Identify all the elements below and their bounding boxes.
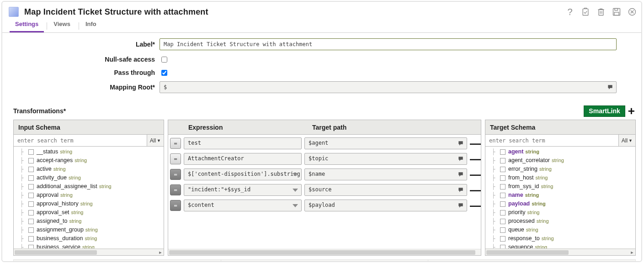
schema-item[interactable]: ├approval_historystring [20,200,164,208]
schema-item[interactable]: ├business_durationstring [20,234,164,243]
input-schema-tree[interactable]: ├__statusstring├accept-rangesstring├acti… [14,147,164,249]
add-transformation-icon[interactable]: + [627,105,636,117]
schema-checkbox[interactable] [28,210,34,216]
expression-input[interactable]: AttachmentCreator [184,153,302,165]
expression-type-button[interactable]: = [170,184,181,195]
schema-item[interactable]: ├queuestring [492,226,635,234]
expression-type-button[interactable]: = [170,200,181,211]
scroll-thumb[interactable] [486,250,569,255]
label-input[interactable] [160,38,617,50]
schema-item[interactable]: ├__statusstring [20,147,164,156]
expression-picker-icon[interactable] [458,140,464,147]
schema-item[interactable]: ├activity_duestring [20,174,164,182]
target-path-input[interactable]: $topic [304,153,467,165]
schema-item[interactable]: ├additional_assignee_liststring [20,182,164,191]
tab-info[interactable]: Info [80,18,102,32]
horizontal-scrollbar[interactable]: ◄ ► [14,249,164,255]
schema-item[interactable]: ├prioritystring [492,208,635,217]
target-schema-tree[interactable]: ├agentstring├agent_correlatorstring├erro… [485,147,635,249]
schema-item[interactable]: ├error_stringstring [492,165,635,174]
help-icon[interactable]: ? [565,7,575,16]
expression-picker-icon[interactable] [458,156,464,162]
target-path-input[interactable]: $agent [304,137,467,149]
nullsafe-checkbox[interactable] [161,57,167,63]
schema-item[interactable]: ├agent_correlatorstring [492,156,635,165]
schema-item[interactable]: ├from_hoststring [492,174,635,182]
horizontal-scrollbar[interactable] [168,249,481,255]
schema-checkbox[interactable] [28,184,34,189]
resize-splitter[interactable] [13,259,636,261]
target-schema-search[interactable] [485,135,618,146]
schema-item[interactable]: ├from_sys_idstring [492,182,635,191]
expression-input[interactable]: test [184,137,302,149]
horizontal-scrollbar[interactable]: ◄ ► [485,249,635,255]
schema-item[interactable]: ├approval_setstring [20,208,164,217]
expression-type-button[interactable]: = [170,153,181,164]
schema-checkbox[interactable] [28,236,34,242]
expression-picker-icon[interactable] [458,171,464,178]
save-icon[interactable] [612,7,621,16]
close-icon[interactable] [628,7,637,16]
schema-checkbox[interactable] [28,193,34,198]
schema-item[interactable]: ├accept-rangesstring [20,156,164,165]
scroll-right-icon[interactable]: ► [629,249,635,256]
tab-settings[interactable]: Settings [10,18,44,32]
clipboard-icon[interactable] [581,7,590,16]
schema-item[interactable]: ├processedstring [492,217,635,226]
schema-checkbox[interactable] [28,245,34,249]
target-schema-filter-button[interactable]: All ▼ [618,135,635,146]
chevron-down-icon[interactable] [292,187,298,193]
expression-input[interactable]: $content [184,200,302,211]
schema-checkbox[interactable] [28,167,34,172]
schema-item[interactable]: ├business_servicestring [20,243,164,249]
schema-checkbox[interactable] [500,193,506,198]
schema-checkbox[interactable] [28,219,34,224]
schema-checkbox[interactable] [500,210,506,216]
target-path-input[interactable]: $name [304,168,467,180]
expression-input[interactable]: "incident:"+$sys_id [184,184,302,196]
chevron-down-icon[interactable] [292,171,298,178]
schema-item[interactable]: ├assignment_groupstring [20,226,164,234]
schema-checkbox[interactable] [28,175,34,181]
schema-checkbox[interactable] [500,167,506,172]
smartlink-button[interactable]: SmartLink [584,105,625,117]
schema-checkbox[interactable] [28,149,34,155]
delete-icon[interactable] [596,7,606,16]
input-schema-search[interactable] [14,135,147,146]
schema-checkbox[interactable] [500,245,506,249]
passthrough-checkbox[interactable] [161,70,167,76]
chevron-down-icon[interactable] [292,202,298,209]
mapping-root-input[interactable] [160,81,617,93]
target-path-input[interactable]: $payload [304,200,467,211]
schema-item[interactable]: ├assigned_tostring [20,217,164,226]
schema-item[interactable]: ├namestring [492,191,635,200]
expression-type-button[interactable]: = [170,138,181,149]
expression-type-button[interactable]: = [170,169,181,180]
schema-checkbox[interactable] [500,201,506,207]
schema-checkbox[interactable] [28,158,34,163]
schema-item[interactable]: ├activestring [20,165,164,174]
expression-picker-icon[interactable] [458,202,464,209]
schema-item[interactable]: ├sequencestring [492,243,635,249]
schema-checkbox[interactable] [500,149,506,155]
schema-checkbox[interactable] [500,158,506,163]
schema-checkbox[interactable] [500,219,506,224]
tab-views[interactable]: Views [48,18,76,32]
input-schema-filter-button[interactable]: All ▼ [147,135,164,146]
scroll-thumb[interactable] [15,250,97,255]
scroll-right-icon[interactable]: ► [157,249,164,256]
schema-item[interactable]: ├payloadstring [492,200,635,208]
expression-picker-icon[interactable] [458,187,464,193]
schema-checkbox[interactable] [28,201,34,207]
schema-item[interactable]: ├approvalstring [20,191,164,200]
target-path-input[interactable]: $source [304,184,467,196]
schema-checkbox[interactable] [500,236,506,242]
schema-item[interactable]: ├response_tostring [492,234,635,243]
tab-content[interactable]: Label* Null-safe access Pass through Map… [2,33,641,261]
scroll-thumb[interactable] [169,250,475,255]
schema-checkbox[interactable] [500,175,506,181]
expression-picker-icon[interactable] [607,84,614,91]
expression-input[interactable]: $['content-disposition'].substring( [184,168,302,180]
schema-checkbox[interactable] [500,184,506,189]
schema-checkbox[interactable] [500,227,506,233]
